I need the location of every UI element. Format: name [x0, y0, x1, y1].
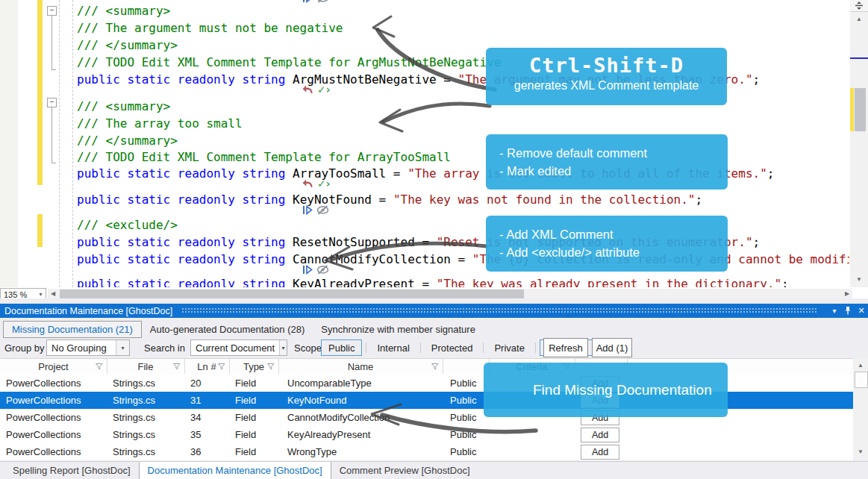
ghostdoc-glyph-row — [302, 263, 329, 275]
callout-edited-actions: - Remove default comment- Mark edited — [486, 134, 728, 190]
code-line[interactable]: /// The argument must not be negative — [77, 19, 343, 37]
doc-play-icon[interactable] — [302, 0, 313, 3]
code-line[interactable]: /// <summary> — [77, 98, 170, 115]
filter-funnel-icon[interactable] — [267, 363, 275, 370]
cell-project: PowerCollections — [6, 443, 107, 460]
shortcut-subtitle: generates XML Comment template — [486, 79, 727, 93]
separator — [420, 342, 421, 353]
cell-criteria — [495, 443, 575, 460]
check-next-icon[interactable]: ✓› — [317, 178, 331, 189]
code-line[interactable]: public static readonly string KeyNotFoun… — [77, 191, 702, 208]
horizontal-scrollbar[interactable]: ◀ ▶ — [48, 289, 852, 299]
filter-funnel-icon[interactable] — [96, 363, 103, 370]
table-scrollbar-thumb[interactable] — [855, 372, 868, 388]
cell-project: PowerCollections — [6, 409, 107, 426]
changed-lines-scroll-marker — [850, 88, 854, 131]
vertical-scrollbar[interactable]: ▲ ▼ — [850, 0, 868, 287]
scope-toggle-internal[interactable]: Internal — [370, 340, 416, 355]
column-header-scope[interactable] — [443, 359, 490, 374]
code-line[interactable]: /// </summary> — [77, 37, 178, 54]
filter-funnel-icon[interactable] — [218, 363, 225, 370]
scroll-up-icon[interactable]: ▲ — [853, 360, 868, 371]
panel-tab-2[interactable]: Auto-generated Documentation (28) — [142, 322, 313, 337]
bottom-tab-3[interactable]: Comment Preview [GhostDoc] — [331, 462, 478, 479]
cell-ln: 36 — [190, 443, 229, 460]
window-position-icon[interactable]: ▾ — [828, 307, 841, 315]
code-line[interactable]: /// The array too small — [77, 115, 243, 132]
group-by-select[interactable]: No Grouping ▾ — [46, 339, 130, 356]
column-header-project[interactable]: Project — [0, 359, 107, 374]
cell-type: Field — [235, 375, 278, 392]
eye-off-icon[interactable] — [316, 0, 329, 3]
titlebar-drag-texture — [181, 307, 817, 314]
check-next-icon[interactable]: ✓› — [317, 84, 331, 95]
code-line[interactable]: /// <exclude/> — [77, 216, 178, 234]
scroll-down-icon[interactable]: ▼ — [853, 447, 868, 457]
caret-position-marker — [850, 57, 868, 59]
close-icon[interactable]: ✕ — [855, 306, 868, 316]
cell-scope: Public — [450, 426, 489, 443]
add-button[interactable]: Add — [581, 445, 619, 460]
undo-icon[interactable] — [302, 178, 313, 189]
panel-tab-3[interactable]: Synchronize with member signature — [313, 322, 484, 337]
cell-type: Field — [235, 426, 278, 443]
code-line[interactable]: /// TODO Edit XML Comment Template for A… — [77, 148, 451, 166]
ghostdoc-glyph-row — [302, 204, 329, 216]
code-line[interactable]: public static readonly string KeyAlready… — [77, 275, 789, 287]
cell-project: PowerCollections — [6, 426, 107, 443]
vertical-scrollbar-thumb[interactable] — [855, 88, 866, 131]
scroll-up-icon[interactable]: ▲ — [854, 14, 864, 25]
scroll-left-icon[interactable]: ◀ — [48, 289, 58, 299]
cell-file: Strings.cs — [113, 409, 184, 426]
cell-file: Strings.cs — [113, 443, 184, 460]
pin-icon[interactable] — [841, 306, 855, 316]
find-title: Find Missing Documentation — [484, 382, 712, 398]
ghostdoc-glyph-row: ✓› — [302, 178, 331, 190]
table-row[interactable]: PowerCollectionsStrings.cs35FieldKeyAlre… — [0, 426, 853, 443]
code-editor[interactable]: − − /// <summary>/// The argument must n… — [0, 0, 868, 298]
bottom-tab-2[interactable]: Documentation Maintenance [GhostDoc] — [139, 462, 331, 479]
eye-off-icon[interactable] — [316, 265, 329, 275]
horizontal-scrollbar-thumb[interactable] — [60, 289, 524, 298]
add-button[interactable]: Add — [581, 428, 619, 442]
code-line[interactable]: public static readonly string CannotModi… — [77, 251, 849, 268]
scope-toggle-private[interactable]: Private — [487, 340, 531, 355]
callout-exclude-actions: - Add XML Comment- Add <exclude/> attrib… — [486, 216, 728, 272]
code-line[interactable]: /// <summary> — [77, 2, 170, 19]
eye-off-icon[interactable] — [316, 205, 329, 215]
table-vertical-scrollbar[interactable]: ▲ ▼ — [853, 358, 868, 460]
tool-window-titlebar[interactable]: Documentation Maintenance [GhostDoc] ▾ ✕ — [0, 304, 868, 318]
add-selected-button[interactable]: Add (1) — [592, 338, 632, 357]
shortcut-title: Ctrl-Shift-D — [486, 54, 727, 77]
panel-tab-1[interactable]: Missing Documentation (21) — [3, 321, 142, 338]
splitter-handle[interactable] — [850, 0, 868, 12]
ghostdoc-glyph-row: ✓› — [302, 84, 331, 96]
filter-funnel-icon[interactable] — [173, 363, 181, 370]
cell-type: Field — [235, 392, 278, 409]
cell-file: Strings.cs — [113, 426, 184, 443]
tool-window-title: Documentation Maintenance [GhostDoc] — [0, 306, 172, 316]
cell-scope: Public — [450, 443, 489, 460]
filter-funnel-icon[interactable] — [431, 363, 439, 370]
callout-item: - Mark edited — [499, 162, 728, 180]
scope-toggle-protected[interactable]: Protected — [425, 340, 480, 355]
undo-icon[interactable] — [302, 84, 313, 95]
scroll-right-icon[interactable]: ▶ — [842, 289, 852, 299]
table-row[interactable]: PowerCollectionsStrings.cs36FieldWrongTy… — [0, 443, 853, 460]
panel-tab-strip: Missing Documentation (21)Auto-generated… — [3, 320, 484, 338]
code-line[interactable]: /// </summary> — [77, 132, 178, 149]
separator — [366, 342, 366, 353]
column-header-name[interactable]: Name — [278, 359, 443, 374]
cell-project: PowerCollections — [6, 392, 107, 409]
scope-toggle-public[interactable]: Public — [321, 339, 362, 356]
doc-play-icon[interactable] — [302, 205, 313, 215]
scroll-down-icon[interactable]: ▼ — [854, 275, 864, 285]
chevron-down-icon[interactable]: ▾ — [36, 291, 46, 298]
refresh-button[interactable]: Refresh — [543, 338, 588, 357]
bottom-tab-1[interactable]: Spelling Report [GhostDoc] — [4, 462, 139, 479]
search-in-select[interactable]: Current Document ▾ — [190, 339, 287, 356]
callout-item: - Add XML Comment — [499, 225, 728, 243]
cell-criteria — [495, 426, 575, 443]
doc-play-icon[interactable] — [302, 265, 313, 275]
code-line[interactable]: /// TODO Edit XML Comment Template for A… — [77, 54, 501, 71]
